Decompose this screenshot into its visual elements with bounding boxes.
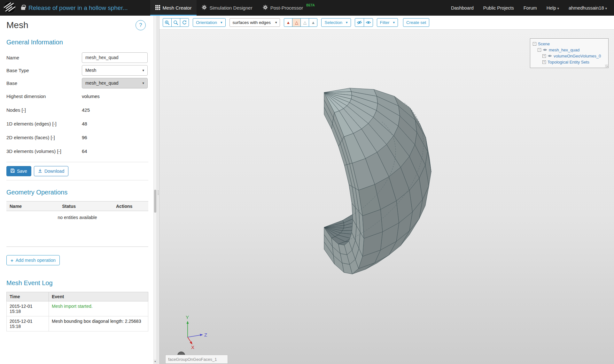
app-logo-icon[interactable]: [3, 1, 16, 15]
base-select[interactable]: mesh_hex_quad ▾: [82, 78, 148, 88]
triangle-solid-icon: ▲: [311, 20, 315, 25]
collapse-icon[interactable]: −: [538, 48, 541, 52]
section-geometry-operations: Geometry Operations: [6, 189, 148, 196]
selection-dropdown[interactable]: Selection ▾: [321, 18, 351, 27]
viewport-3d[interactable]: − Scene − mesh_hex_quad +: [159, 30, 614, 364]
gear-icon: [263, 5, 268, 11]
scrollbar-thumb[interactable]: [154, 190, 156, 213]
log-event: Mesh bounding box diagonal length: 2.256…: [49, 316, 148, 331]
tree-node-volume[interactable]: + volumeOnGeoVolumes_0: [533, 53, 606, 59]
tab-post-processor[interactable]: Post-Processor BETA: [258, 0, 320, 16]
column-header: Actions: [113, 201, 148, 211]
caret-down-icon: ▾: [221, 20, 222, 25]
column-header: Time: [7, 292, 49, 301]
display-mode-select[interactable]: surfaces with edges ▾: [229, 18, 280, 27]
axis-y-label: Y: [186, 315, 189, 320]
zoom-in-button[interactable]: [163, 18, 172, 27]
save-button[interactable]: Save: [6, 166, 31, 176]
log-row: 2015-12-01 15:18 Mesh import started.: [7, 301, 148, 316]
help-button[interactable]: ?: [136, 20, 146, 30]
expand-icon[interactable]: +: [542, 60, 546, 64]
tab-simulation-designer[interactable]: Simulation Designer: [197, 0, 257, 16]
name-label: Name: [6, 55, 82, 60]
collapse-icon[interactable]: −: [533, 42, 536, 46]
viewport-toolbar: Orientation ▾ surfaces with edges ▾ ▲ △ …: [159, 16, 614, 30]
axis-x-label: X: [191, 345, 194, 350]
mesh-view-shaded-button[interactable]: ▲: [309, 18, 317, 27]
column-header: Name: [6, 201, 59, 211]
mesh-view-wireframe-button[interactable]: △: [292, 18, 301, 27]
zoom-fit-button[interactable]: [171, 18, 180, 27]
download-icon: [38, 169, 42, 174]
hide-selection-button[interactable]: [355, 18, 364, 27]
stat-row: Highest dimension volumes: [6, 89, 148, 103]
tree-node-scene[interactable]: − Scene: [533, 41, 606, 47]
save-floppy-icon: [11, 169, 15, 174]
create-set-button[interactable]: Create set: [403, 18, 429, 27]
mesh-view-solid-button[interactable]: ▲: [284, 18, 292, 27]
stat-row: 1D elements (edges) [-] 48: [6, 117, 148, 131]
caret-down-icon: ▾: [393, 20, 395, 25]
hover-entity-label: faceGroupOnGeoFaces_1: [165, 355, 228, 364]
caret-down-icon: ▾: [275, 20, 277, 25]
beta-badge: BETA: [306, 4, 315, 7]
mesh-grid-icon: [155, 5, 160, 11]
tree-node-mesh[interactable]: − mesh_hex_quad: [533, 47, 606, 53]
panel-scrollbar[interactable]: ▾: [153, 16, 157, 364]
panel-splitter[interactable]: [157, 16, 159, 364]
tab-mesh-creator[interactable]: Mesh Creator: [150, 0, 197, 16]
caret-down-icon: ▾: [142, 81, 144, 85]
navbar-right-links: Dashboard Public Projects Forum Help▾ ah…: [451, 5, 607, 11]
column-header: Event: [49, 292, 148, 301]
nav-link-dashboard[interactable]: Dashboard: [451, 5, 474, 11]
scene-tree-panel: − Scene − mesh_hex_quad +: [530, 38, 609, 68]
triangle-outline-icon: △: [303, 20, 307, 25]
refresh-view-button[interactable]: [180, 18, 189, 27]
empty-state-text: no entities available: [6, 211, 148, 247]
stat-row: 3D elements (volumes) [-] 64: [6, 144, 148, 158]
tab-label: Simulation Designer: [209, 5, 252, 11]
caret-down-icon: ▾: [142, 68, 144, 72]
nav-link-forum[interactable]: Forum: [524, 5, 537, 11]
mesh-properties-panel: Mesh ? General Information Name Base Typ…: [0, 16, 153, 364]
tree-resize-handle-icon[interactable]: [605, 64, 608, 67]
log-event: Mesh import started.: [49, 301, 148, 316]
name-input[interactable]: [82, 52, 148, 63]
section-mesh-event-log: Mesh Event Log: [6, 279, 148, 287]
eye-icon[interactable]: [543, 48, 547, 52]
column-header: Status: [59, 201, 113, 211]
triangle-outline-icon: △: [295, 20, 298, 25]
expand-icon[interactable]: +: [542, 54, 546, 58]
orientation-dropdown[interactable]: Orientation ▾: [193, 18, 226, 27]
divider: [6, 180, 148, 180]
tab-label: Mesh Creator: [163, 5, 192, 11]
scrollbar-down-arrow[interactable]: ▾: [154, 359, 157, 364]
caret-down-icon: ▾: [346, 20, 348, 25]
eye-icon[interactable]: [548, 54, 552, 58]
tree-node-topological-sets[interactable]: + Topological Entity Sets: [533, 59, 606, 65]
divider: [6, 162, 148, 162]
nav-link-public-projects[interactable]: Public Projects: [483, 5, 514, 11]
stat-row: Nodes [-] 425: [6, 103, 148, 117]
plus-icon: +: [11, 258, 13, 263]
filter-dropdown[interactable]: Filter ▾: [377, 18, 398, 27]
log-time: 2015-12-01 15:18: [7, 301, 49, 316]
base-type-select[interactable]: Mesh ▾: [82, 65, 148, 76]
download-button[interactable]: Download: [34, 166, 68, 176]
axis-triad: Y Z X: [169, 313, 211, 352]
base-label: Base: [6, 80, 82, 86]
mesh-3d-render[interactable]: [159, 30, 614, 364]
stat-row: 2D elements (faces) [-] 96: [6, 131, 148, 144]
add-mesh-operation-button[interactable]: + Add mesh operation: [6, 255, 60, 265]
log-row: 2015-12-01 15:18 Mesh bounding box diago…: [7, 316, 148, 331]
log-time: 2015-12-01 15:18: [7, 316, 49, 331]
mesh-view-surface-button[interactable]: △: [300, 18, 309, 27]
caret-down-icon: ▾: [605, 6, 607, 10]
caret-down-icon: ▾: [557, 6, 559, 10]
nav-menu-help[interactable]: Help▾: [547, 5, 559, 11]
mesh-event-log-table: Time Event 2015-12-01 15:18 Mesh import …: [6, 292, 148, 331]
nav-menu-user[interactable]: ahmedhussain18▾: [569, 5, 607, 11]
project-title[interactable]: Release of power in a hollow spher...: [28, 4, 128, 11]
private-lock-icon: [21, 7, 25, 10]
show-all-button[interactable]: [364, 18, 373, 27]
